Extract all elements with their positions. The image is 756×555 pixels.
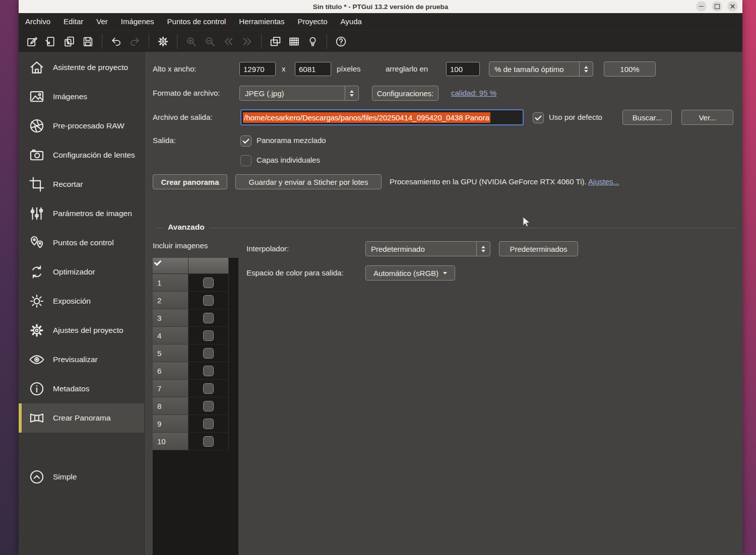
include-table-row: 5 [153, 344, 238, 362]
include-image-checkbox-6[interactable] [203, 366, 214, 376]
maximize-icon [715, 4, 720, 9]
browse-button[interactable]: Buscar... [622, 110, 672, 125]
sidebar-item-label: Recortar [53, 180, 83, 189]
view-button[interactable]: Ver... [681, 110, 733, 125]
sidebar-item-metadata[interactable]: Metadatos [19, 374, 144, 403]
sidebar-item-create-panorama[interactable]: Crear Panorama [19, 403, 144, 433]
lamp-button[interactable] [303, 32, 322, 50]
interpolator-select[interactable]: Predeterminado [365, 241, 490, 256]
fit-unit-select[interactable]: % de tamaño óptimo [489, 61, 593, 77]
send-to-batch-button[interactable]: Guardar y enviar a Sticher por lotes [235, 174, 382, 189]
undo-button[interactable] [107, 32, 125, 50]
colorspace-label: Espacio de color para salida: [246, 265, 344, 281]
sidebar-item-preview[interactable]: Previsualizar [19, 345, 144, 374]
help-button[interactable] [332, 32, 350, 50]
toolbar-separator [327, 34, 327, 49]
menu-item-4[interactable]: Puntos de control [161, 13, 233, 30]
menu-item-7[interactable]: Ayuda [334, 13, 368, 30]
image-include-cell [188, 397, 229, 415]
sidebar-item-label: Optimizador [53, 267, 95, 276]
menu-item-6[interactable]: Proyecto [291, 13, 334, 30]
image-include-cell [188, 380, 229, 397]
interpolator-value: Predeterminado [366, 242, 476, 256]
go-previous-button [219, 32, 238, 50]
optimum-size-button[interactable]: 100% [604, 61, 656, 77]
menu-item-3[interactable]: Imágenes [114, 13, 161, 30]
menu-item-0[interactable]: Archivo [19, 13, 57, 30]
sidebar-item-label: Parámetros de imagen [53, 209, 132, 218]
file-format-select[interactable]: JPEG (.jpg) [239, 86, 359, 101]
dropdown-arrow-icon [443, 272, 447, 274]
image-number-cell: 6 [153, 362, 188, 380]
sidebar-item-label: Puntos de control [53, 238, 114, 247]
presets-button[interactable]: Predeterminados [499, 241, 578, 256]
create-panorama-button[interactable]: Crear panorama [153, 174, 227, 189]
menu-item-5[interactable]: Herramientas [232, 13, 291, 30]
sidebar-item-crop[interactable]: Recortar [19, 170, 144, 199]
individual-layers-checkbox[interactable] [240, 155, 251, 166]
sidebar-item-project-assistant[interactable]: Asistente de proyecto [19, 53, 144, 82]
save-project-button[interactable] [79, 32, 97, 50]
include-images-label: Incluir imagenes [153, 238, 208, 253]
output-file-label: Archivo de salida: [153, 110, 212, 125]
sidebar-item-simple[interactable]: Simple [19, 462, 144, 492]
include-image-checkbox-5[interactable] [203, 348, 214, 359]
sidebar-item-optimizer[interactable]: Optimizador [19, 257, 144, 287]
detail-viewer-button[interactable] [285, 32, 303, 50]
format-settings-button[interactable]: Configuraciones: [372, 86, 438, 101]
mouse-cursor [521, 216, 533, 230]
sidebar-item-control-points[interactable]: Puntos de control [19, 228, 144, 257]
include-table-row: 4 [153, 327, 238, 344]
spinner-icon [345, 86, 358, 100]
sidebar-item-raw-preprocess[interactable]: Pre-procesado RAW [19, 111, 144, 141]
panorama-editor-icon [269, 35, 282, 48]
fit-percent-input[interactable] [446, 62, 480, 76]
height-input[interactable] [295, 62, 331, 76]
colorspace-select[interactable]: Automático (sRGB) [365, 265, 455, 281]
use-default-checkbox[interactable] [533, 112, 544, 123]
include-image-checkbox-4[interactable] [203, 330, 214, 341]
add-images-button[interactable] [60, 32, 79, 50]
panorama-editor-button[interactable] [266, 32, 285, 50]
sync-icon [28, 263, 45, 281]
lamp-icon [306, 35, 319, 48]
image-include-cell [188, 274, 229, 292]
include-image-checkbox-9[interactable] [203, 419, 214, 429]
settings-gear-button[interactable] [154, 32, 172, 50]
include-image-checkbox-10[interactable] [203, 436, 214, 447]
image-number-cell: 3 [153, 309, 188, 327]
sidebar-item-images[interactable]: Imágenes [19, 82, 144, 111]
include-table-row: 8 [153, 397, 238, 415]
use-default-label: Uso por defecto [549, 110, 602, 125]
redo-button [125, 32, 144, 50]
include-image-checkbox-8[interactable] [203, 401, 214, 411]
sidebar-item-exposure[interactable]: Exposición [19, 287, 144, 316]
individual-layers-label: Capas individuales [257, 153, 320, 168]
sidebar-item-label: Asistente de proyecto [53, 63, 128, 72]
quality-link[interactable]: calidad: 95 % [451, 86, 496, 101]
maximize-button[interactable] [712, 1, 722, 12]
toolbar-separator [177, 34, 177, 49]
gpu-settings-link[interactable]: Ajustes... [588, 177, 619, 186]
image-include-cell [188, 344, 229, 362]
width-input[interactable] [239, 62, 276, 76]
output-options-label: Salida: [153, 133, 176, 148]
include-image-checkbox-1[interactable] [203, 278, 214, 288]
close-button[interactable]: ✕ [727, 1, 738, 12]
sidebar-item-project-settings[interactable]: Ajustes del proyecto [19, 316, 144, 345]
sidebar-item-image-parameters[interactable]: Parámetros de imagen [19, 199, 144, 228]
eye-icon [28, 351, 45, 368]
include-image-checkbox-7[interactable] [203, 383, 214, 394]
new-project-icon [26, 35, 38, 48]
open-project-button[interactable] [41, 32, 60, 50]
include-image-checkbox-2[interactable] [203, 295, 214, 306]
camera-icon [28, 147, 45, 164]
menu-item-2[interactable]: Ver [90, 13, 114, 30]
new-project-button[interactable] [23, 32, 41, 50]
sidebar-item-lens-settings[interactable]: Configuración de lentes [19, 141, 144, 170]
minimize-button[interactable] [696, 1, 707, 12]
blended-panorama-checkbox[interactable] [240, 135, 251, 147]
menu-item-1[interactable]: Editar [57, 13, 90, 30]
include-image-checkbox-3[interactable] [203, 313, 214, 323]
output-path-input[interactable]: /home/cesarkero/Descargas/panos/files/20… [240, 109, 524, 125]
